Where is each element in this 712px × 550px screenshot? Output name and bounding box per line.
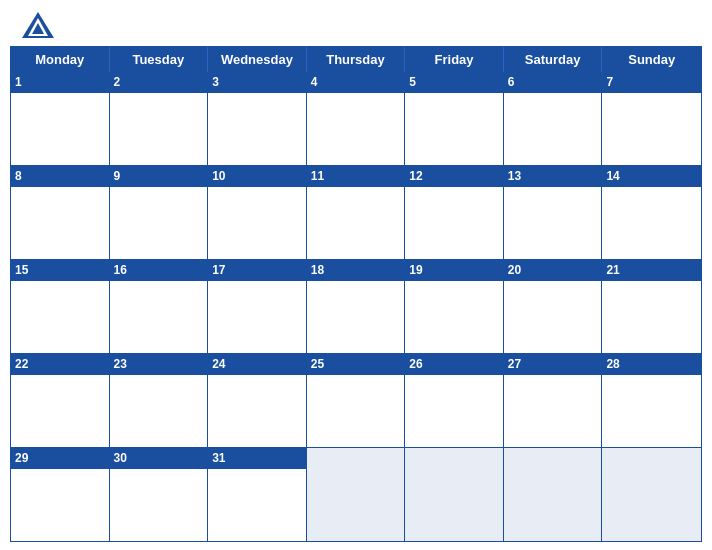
- day-cell: 15: [11, 260, 110, 353]
- day-number: 24: [208, 354, 306, 375]
- day-number: 2: [110, 72, 208, 93]
- week-row-1: 1234567: [11, 72, 701, 165]
- day-number: 6: [504, 72, 602, 93]
- day-header-wednesday: Wednesday: [208, 47, 307, 72]
- day-cell: [504, 448, 603, 541]
- logo-icon: [20, 10, 56, 40]
- day-number: 7: [602, 72, 701, 93]
- day-cell: 5: [405, 72, 504, 165]
- day-number: 11: [307, 166, 405, 187]
- day-number: 29: [11, 448, 109, 469]
- day-number: 9: [110, 166, 208, 187]
- day-headers-row: MondayTuesdayWednesdayThursdayFridaySatu…: [11, 47, 701, 72]
- day-cell: 12: [405, 166, 504, 259]
- day-header-saturday: Saturday: [504, 47, 603, 72]
- day-header-thursday: Thursday: [307, 47, 406, 72]
- day-cell: 14: [602, 166, 701, 259]
- day-cell: 17: [208, 260, 307, 353]
- day-cell: 29: [11, 448, 110, 541]
- day-number: 17: [208, 260, 306, 281]
- day-cell: 22: [11, 354, 110, 447]
- day-number: 5: [405, 72, 503, 93]
- day-cell: 7: [602, 72, 701, 165]
- day-cell: 3: [208, 72, 307, 165]
- day-cell: 23: [110, 354, 209, 447]
- day-cell: 30: [110, 448, 209, 541]
- day-number: 26: [405, 354, 503, 375]
- day-number: 25: [307, 354, 405, 375]
- day-header-tuesday: Tuesday: [110, 47, 209, 72]
- day-number: 23: [110, 354, 208, 375]
- day-number: 28: [602, 354, 701, 375]
- day-number: 3: [208, 72, 306, 93]
- day-cell: [405, 448, 504, 541]
- week-row-3: 15161718192021: [11, 259, 701, 353]
- day-cell: 9: [110, 166, 209, 259]
- day-number: 14: [602, 166, 701, 187]
- day-cell: 6: [504, 72, 603, 165]
- day-number: 30: [110, 448, 208, 469]
- week-row-5: 293031: [11, 447, 701, 541]
- day-number: 18: [307, 260, 405, 281]
- weeks-container: 1234567891011121314151617181920212223242…: [11, 72, 701, 541]
- day-cell: 27: [504, 354, 603, 447]
- day-number: 22: [11, 354, 109, 375]
- day-header-monday: Monday: [11, 47, 110, 72]
- day-cell: 16: [110, 260, 209, 353]
- day-cell: [307, 448, 406, 541]
- day-number: 12: [405, 166, 503, 187]
- day-cell: 2: [110, 72, 209, 165]
- day-cell: 10: [208, 166, 307, 259]
- day-number: 19: [405, 260, 503, 281]
- day-number: 16: [110, 260, 208, 281]
- day-cell: 31: [208, 448, 307, 541]
- calendar: MondayTuesdayWednesdayThursdayFridaySatu…: [10, 46, 702, 542]
- day-cell: 26: [405, 354, 504, 447]
- day-number: 13: [504, 166, 602, 187]
- day-cell: 18: [307, 260, 406, 353]
- week-row-4: 22232425262728: [11, 353, 701, 447]
- day-cell: 28: [602, 354, 701, 447]
- day-cell: 19: [405, 260, 504, 353]
- day-number: 27: [504, 354, 602, 375]
- day-number: 1: [11, 72, 109, 93]
- day-cell: 20: [504, 260, 603, 353]
- day-cell: 21: [602, 260, 701, 353]
- day-cell: 8: [11, 166, 110, 259]
- day-header-sunday: Sunday: [602, 47, 701, 72]
- page-header: [0, 0, 712, 46]
- day-number: 15: [11, 260, 109, 281]
- day-cell: 4: [307, 72, 406, 165]
- day-header-friday: Friday: [405, 47, 504, 72]
- day-cell: 13: [504, 166, 603, 259]
- logo: [20, 10, 60, 40]
- day-number: 20: [504, 260, 602, 281]
- day-cell: 24: [208, 354, 307, 447]
- day-cell: [602, 448, 701, 541]
- day-number: 21: [602, 260, 701, 281]
- day-cell: 11: [307, 166, 406, 259]
- day-number: 8: [11, 166, 109, 187]
- day-number: 10: [208, 166, 306, 187]
- day-cell: 25: [307, 354, 406, 447]
- day-number: 4: [307, 72, 405, 93]
- week-row-2: 891011121314: [11, 165, 701, 259]
- day-cell: 1: [11, 72, 110, 165]
- day-number: 31: [208, 448, 306, 469]
